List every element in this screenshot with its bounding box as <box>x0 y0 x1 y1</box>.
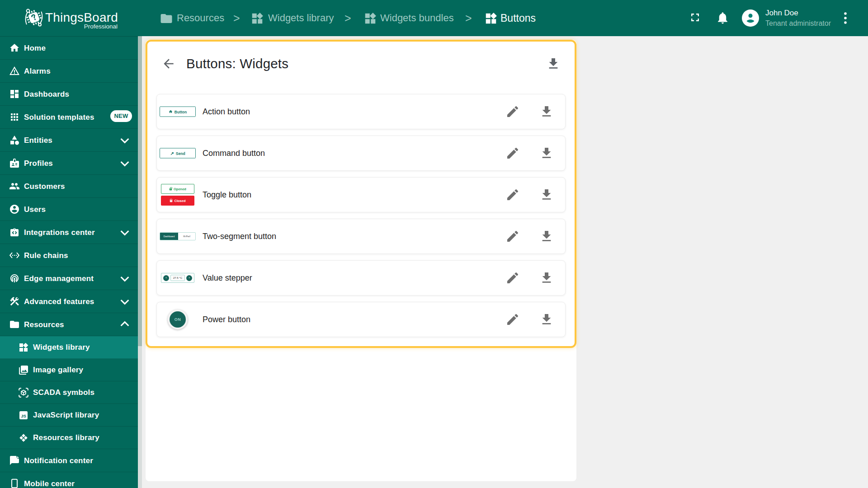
svg-text:JS: JS <box>21 413 26 418</box>
